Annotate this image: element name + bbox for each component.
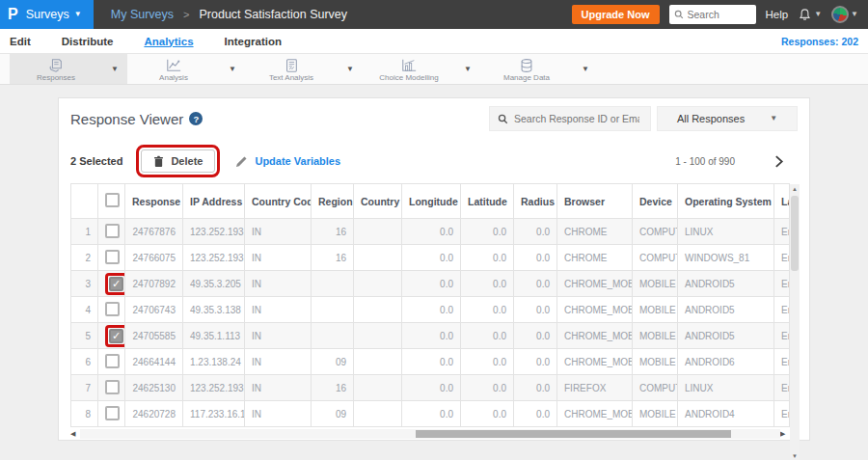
horizontal-scrollbar[interactable]: ◀ ▶ xyxy=(70,427,790,440)
ribbon-tab-label: Choice Modelling xyxy=(379,73,438,82)
column-header-browser[interactable]: Browser xyxy=(557,184,633,219)
row-checkbox[interactable]: ✓ xyxy=(109,329,123,343)
table-row: 224766075123.252.193.148IN160.00.00.0CHR… xyxy=(71,245,790,271)
page-title-text: Response Viewer xyxy=(70,111,183,127)
responses-filter-dropdown[interactable]: All Responses ▼ xyxy=(657,106,798,131)
row-select-cell: ✓ xyxy=(98,271,125,297)
vertical-scrollbar-thumb[interactable] xyxy=(791,196,799,271)
update-variables-button[interactable]: Update Variables xyxy=(235,155,340,168)
column-header-device[interactable]: Device xyxy=(633,184,678,219)
row-checkbox[interactable]: ✓ xyxy=(109,277,123,291)
trash-icon xyxy=(153,155,164,168)
chevron-down-icon: ▼ xyxy=(851,11,858,18)
responses-dropdown-caret[interactable]: ▼ xyxy=(102,54,127,84)
response-id-link[interactable]: 24705585 xyxy=(125,323,183,349)
help-link[interactable]: Help xyxy=(766,9,789,20)
cell-region xyxy=(312,323,354,349)
choice-modelling-dropdown-caret[interactable]: ▼ xyxy=(455,54,480,84)
response-id-link[interactable]: 24664144 xyxy=(125,349,183,375)
tab-edit[interactable]: Edit xyxy=(10,36,31,47)
row-checkbox[interactable] xyxy=(105,406,120,420)
column-header-radius[interactable]: Radius xyxy=(514,184,557,219)
response-id-link[interactable]: 24625130 xyxy=(125,375,183,401)
scroll-left-arrow-icon[interactable]: ◀ xyxy=(70,430,80,438)
breadcrumb-my-surveys[interactable]: My Surveys xyxy=(111,8,174,21)
column-header-language[interactable]: Lan xyxy=(774,184,790,219)
breadcrumb: My Surveys > Product Satisfaction Survey xyxy=(94,0,572,29)
column-header-longitude[interactable]: Longitude xyxy=(402,184,461,219)
column-header-response_id[interactable]: Response ID▲ xyxy=(125,184,183,219)
page-title: Response Viewer ? xyxy=(70,111,203,127)
cell-country xyxy=(354,245,402,271)
ribbon-group-analysis: Analysis ▼ xyxy=(127,54,245,84)
horizontal-scrollbar-track[interactable] xyxy=(80,429,780,439)
column-header-country[interactable]: Country xyxy=(354,184,402,219)
cell-longitude: 0.0 xyxy=(402,349,461,375)
response-id-link[interactable]: 24706743 xyxy=(125,297,183,323)
ribbon-tab-responses[interactable]: Responses xyxy=(10,54,102,84)
column-header-ip[interactable]: IP Address xyxy=(183,184,245,219)
row-checkbox[interactable] xyxy=(105,302,120,316)
scroll-down-arrow-icon[interactable]: ▼ xyxy=(792,451,798,460)
table-row: 3✓2470789249.35.3.205IN0.00.00.0CHROME_M… xyxy=(71,271,790,297)
chevron-right-icon xyxy=(773,155,784,168)
horizontal-scrollbar-thumb[interactable] xyxy=(416,430,731,438)
cell-latitude: 0.0 xyxy=(461,245,514,271)
global-search-input[interactable] xyxy=(688,9,749,20)
row-checkbox[interactable] xyxy=(105,380,120,394)
row-checkbox[interactable] xyxy=(105,224,120,238)
cell-radius: 0.0 xyxy=(514,271,557,297)
column-header-latitude[interactable]: Latitude xyxy=(461,184,514,219)
account-menu[interactable]: ▼ xyxy=(831,6,858,23)
delete-annotation-highlight: Delete xyxy=(136,145,220,177)
scroll-up-arrow-icon[interactable]: ▲ xyxy=(792,184,798,194)
table-row: 124767876123.252.193.148IN160.00.00.0CHR… xyxy=(71,219,790,245)
tab-distribute[interactable]: Distribute xyxy=(62,36,114,47)
responses-table: Response ID▲IP AddressCountry CodeRegion… xyxy=(70,183,790,427)
response-id-link[interactable]: 24620728 xyxy=(125,401,183,427)
column-header-os[interactable]: Operating System xyxy=(678,184,774,219)
response-search-input[interactable] xyxy=(514,113,639,124)
cell-latitude: 0.0 xyxy=(461,401,514,427)
global-search-box[interactable] xyxy=(669,5,756,24)
cell-country_code: IN xyxy=(245,323,312,349)
responses-count-badge[interactable]: Responses: 202 xyxy=(781,36,858,47)
table-row: 824620728117.233.16.177IN090.00.00.0CHRO… xyxy=(71,401,790,427)
tab-integration[interactable]: Integration xyxy=(225,36,282,47)
vertical-scrollbar[interactable]: ▲ ▼ xyxy=(790,184,800,460)
cell-radius: 0.0 xyxy=(514,349,557,375)
response-id-link[interactable]: 24707892 xyxy=(125,271,183,297)
breadcrumb-separator: > xyxy=(183,9,189,20)
help-tooltip-icon[interactable]: ? xyxy=(189,112,203,125)
ribbon-tab-text-analysis[interactable]: Text Analysis xyxy=(245,54,338,84)
cell-longitude: 0.0 xyxy=(402,401,461,427)
response-search-box[interactable] xyxy=(489,106,651,131)
surveys-product-menu[interactable]: Surveys ▼ xyxy=(26,8,82,21)
scroll-right-arrow-icon[interactable]: ▶ xyxy=(780,430,790,438)
manage-data-dropdown-caret[interactable]: ▼ xyxy=(573,54,598,84)
next-page-button[interactable] xyxy=(773,155,784,168)
ribbon-tab-choice-modelling[interactable]: Choice Modelling xyxy=(363,54,455,84)
select-all-checkbox[interactable] xyxy=(105,193,120,207)
brand-area[interactable]: P Surveys ▼ xyxy=(0,0,94,29)
column-header-region[interactable]: Region xyxy=(312,184,354,219)
column-header-country_code[interactable]: Country Code xyxy=(245,184,312,219)
ribbon-tab-analysis[interactable]: Analysis xyxy=(127,54,220,84)
cell-browser: CHROME_MOBILE xyxy=(557,401,633,427)
survey-tab-bar: Edit Distribute Analytics Integration Re… xyxy=(0,29,868,54)
response-id-link[interactable]: 24766075 xyxy=(125,245,183,271)
row-checkbox[interactable] xyxy=(105,354,120,368)
ribbon-tab-manage-data[interactable]: Manage Data xyxy=(480,54,573,84)
text-analysis-dropdown-caret[interactable]: ▼ xyxy=(338,54,363,84)
response-id-link[interactable]: 24767876 xyxy=(125,219,183,245)
analysis-dropdown-caret[interactable]: ▼ xyxy=(220,54,245,84)
cell-os: LINUX xyxy=(678,375,774,401)
cell-browser: CHROME xyxy=(557,219,633,245)
notifications-menu[interactable]: ▼ xyxy=(798,8,822,22)
cell-browser: CHROME xyxy=(557,245,633,271)
cell-latitude: 0.0 xyxy=(461,297,514,323)
tab-analytics[interactable]: Analytics xyxy=(144,36,193,47)
delete-button[interactable]: Delete xyxy=(141,149,215,173)
row-checkbox[interactable] xyxy=(105,250,120,264)
upgrade-now-button[interactable]: Upgrade Now xyxy=(572,5,660,24)
